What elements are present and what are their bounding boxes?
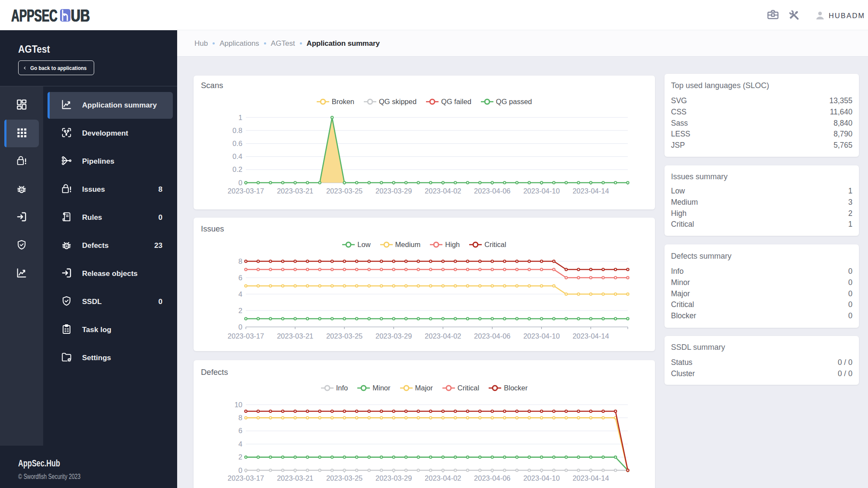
svg-text:0.6: 0.6 bbox=[232, 139, 242, 147]
svg-text:0: 0 bbox=[238, 179, 242, 187]
svg-text:2023-03-21: 2023-03-21 bbox=[277, 332, 313, 340]
svg-text:2023-03-25: 2023-03-25 bbox=[326, 332, 362, 340]
svg-text:2023-03-29: 2023-03-29 bbox=[375, 474, 412, 482]
svg-text:6: 6 bbox=[238, 427, 242, 434]
svg-text:2023-04-02: 2023-04-02 bbox=[425, 474, 461, 482]
svg-text:4: 4 bbox=[238, 440, 242, 448]
svg-text:2023-03-29: 2023-03-29 bbox=[375, 187, 412, 195]
svg-text:10: 10 bbox=[235, 401, 242, 409]
svg-text:2023-04-14: 2023-04-14 bbox=[572, 474, 609, 482]
svg-text:0.2: 0.2 bbox=[232, 165, 242, 173]
svg-text:4: 4 bbox=[238, 290, 242, 298]
svg-text:0.8: 0.8 bbox=[232, 127, 242, 134]
svg-text:2023-04-10: 2023-04-10 bbox=[523, 474, 560, 482]
svg-text:2023-04-10: 2023-04-10 bbox=[523, 187, 560, 195]
svg-text:2023-04-14: 2023-04-14 bbox=[572, 187, 609, 195]
svg-text:2023-03-21: 2023-03-21 bbox=[277, 474, 313, 482]
svg-text:6: 6 bbox=[238, 274, 242, 282]
svg-text:2: 2 bbox=[238, 307, 242, 314]
svg-text:2023-04-06: 2023-04-06 bbox=[474, 474, 510, 482]
svg-text:2023-03-25: 2023-03-25 bbox=[326, 187, 362, 195]
svg-text:0.4: 0.4 bbox=[232, 152, 242, 160]
svg-text:2023-03-25: 2023-03-25 bbox=[326, 474, 362, 482]
svg-text:2023-03-17: 2023-03-17 bbox=[228, 332, 264, 340]
svg-text:2023-03-29: 2023-03-29 bbox=[375, 332, 412, 340]
svg-text:2023-04-14: 2023-04-14 bbox=[572, 332, 609, 340]
svg-text:8: 8 bbox=[238, 257, 242, 265]
svg-text:2023-04-02: 2023-04-02 bbox=[425, 187, 461, 195]
svg-text:0: 0 bbox=[238, 466, 242, 474]
svg-text:2023-04-02: 2023-04-02 bbox=[425, 332, 461, 340]
svg-text:0: 0 bbox=[238, 323, 242, 331]
svg-text:8: 8 bbox=[238, 414, 242, 421]
svg-text:2: 2 bbox=[238, 453, 242, 461]
svg-text:2023-03-17: 2023-03-17 bbox=[228, 474, 264, 482]
svg-text:1: 1 bbox=[238, 114, 242, 121]
svg-text:2023-04-06: 2023-04-06 bbox=[474, 332, 510, 340]
svg-text:2023-04-06: 2023-04-06 bbox=[474, 187, 510, 195]
svg-text:2023-04-10: 2023-04-10 bbox=[523, 332, 560, 340]
svg-text:2023-03-21: 2023-03-21 bbox=[277, 187, 313, 195]
svg-text:2023-03-17: 2023-03-17 bbox=[228, 187, 264, 195]
